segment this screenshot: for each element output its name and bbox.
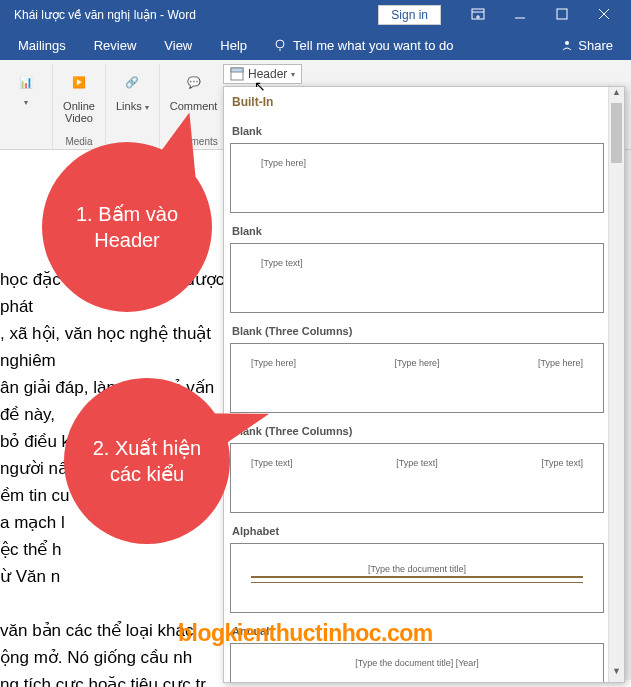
- gallery-scrollbar[interactable]: ▲ ▼: [608, 87, 624, 682]
- maximize-button[interactable]: [541, 7, 583, 23]
- tab-view[interactable]: View: [150, 38, 206, 53]
- gallery-item-label: Blank: [228, 115, 606, 141]
- scroll-down-icon[interactable]: ▼: [609, 666, 624, 682]
- gallery-item-blank-three-columns[interactable]: [Type text] [Type text] [Type text]: [230, 443, 604, 513]
- chart-icon: 📊: [10, 66, 42, 98]
- svg-point-10: [565, 41, 569, 45]
- gallery-item-label: Blank (Three Columns): [228, 315, 606, 341]
- gallery-item-blank-three-columns[interactable]: [Type here] [Type here] [Type here]: [230, 343, 604, 413]
- chevron-down-icon: ▾: [291, 70, 295, 79]
- online-video-button[interactable]: ▶️ Online Video: [59, 64, 99, 126]
- ribbon-display-options-icon[interactable]: [457, 7, 499, 23]
- title-bar: Khái lược về văn nghị luận - Word Sign i…: [0, 0, 631, 30]
- ribbon-tab-bar: Mailings Review View Help Tell me what y…: [0, 30, 631, 60]
- header-icon: [230, 67, 244, 81]
- lightbulb-icon: [273, 38, 287, 52]
- comment-icon: 💬: [178, 66, 210, 98]
- unknown-button-1[interactable]: 📊 ▾: [6, 64, 46, 109]
- links-button[interactable]: 🔗 Links ▾: [112, 64, 153, 115]
- annotation-callout-1: 1. Bấm vào Header: [42, 142, 212, 312]
- gallery-item-alphabet[interactable]: [Type the document title]: [230, 543, 604, 613]
- signin-button[interactable]: Sign in: [378, 5, 441, 25]
- scrollbar-thumb[interactable]: [611, 103, 622, 163]
- tab-mailings[interactable]: Mailings: [4, 38, 80, 53]
- share-icon: [560, 38, 574, 52]
- gallery-item-label: Blank (Three Columns): [228, 415, 606, 441]
- gallery-item-blank[interactable]: [Type here]: [230, 143, 604, 213]
- svg-rect-5: [557, 9, 567, 19]
- tab-review[interactable]: Review: [80, 38, 151, 53]
- gallery-item-label: Blank: [228, 215, 606, 241]
- tell-me-search[interactable]: Tell me what you want to do: [261, 38, 465, 53]
- document-title: Khái lược về văn nghị luận - Word: [6, 8, 196, 22]
- gallery-item-label: Alphabet: [228, 515, 606, 541]
- svg-point-8: [276, 40, 284, 48]
- annotation-callout-2: 2. Xuất hiện các kiểu: [64, 378, 230, 544]
- minimize-button[interactable]: [499, 7, 541, 23]
- gallery-section-builtin: Built-In: [228, 91, 606, 115]
- header-gallery-dropdown: Built-In Blank [Type here] Blank [Type t…: [223, 86, 625, 683]
- gallery-item-annual[interactable]: [Type the document title] [Year]: [230, 643, 604, 682]
- group-media-label: Media: [65, 134, 92, 149]
- close-button[interactable]: [583, 7, 625, 23]
- share-button[interactable]: Share: [546, 38, 627, 53]
- gallery-item-blank[interactable]: [Type text]: [230, 243, 604, 313]
- svg-rect-12: [231, 68, 243, 72]
- scroll-up-icon[interactable]: ▲: [609, 87, 624, 103]
- cursor-icon: ↖: [254, 78, 266, 94]
- watermark-text: blogkienthuctinhoc.com: [178, 620, 433, 647]
- tab-help[interactable]: Help: [206, 38, 261, 53]
- link-icon: 🔗: [116, 66, 148, 98]
- video-icon: ▶️: [63, 66, 95, 98]
